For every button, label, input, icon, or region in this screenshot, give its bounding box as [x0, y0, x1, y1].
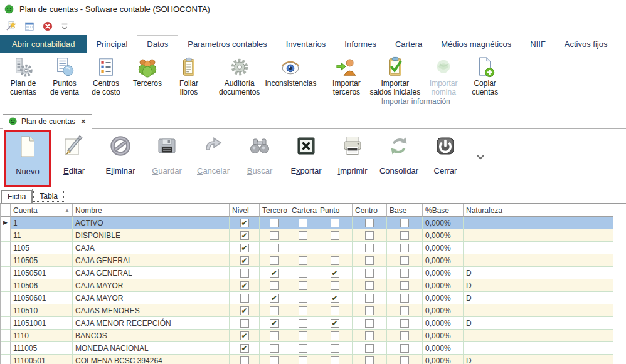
cell-base[interactable] — [387, 267, 423, 279]
cell-nombre[interactable]: CAJA MAYOR — [73, 292, 230, 304]
cell-centro[interactable] — [353, 217, 387, 229]
cell-punto[interactable] — [317, 279, 353, 292]
cell-cuenta[interactable]: 111005 — [11, 342, 73, 355]
ribbon-item-auditoria-documentos[interactable]: Auditoríadocumentos — [216, 53, 262, 96]
checkbox-punto[interactable] — [331, 344, 339, 353]
checkbox-nivel[interactable] — [240, 356, 249, 364]
cell-tercero[interactable] — [260, 342, 289, 355]
checkbox-base[interactable] — [400, 219, 409, 227]
grid-row-110510[interactable]: 110510CAJAS MENORES✔0,000% — [1, 304, 626, 317]
checkbox-tercero[interactable] — [270, 344, 279, 353]
cell-cartera[interactable] — [289, 317, 317, 330]
grid-row-11051001[interactable]: 11051001CAJA MENOR RECEPCIÓN✔✔0,000%D — [1, 317, 626, 330]
cell-punto[interactable]: ✔ — [317, 317, 353, 330]
checkbox-base[interactable] — [400, 256, 409, 265]
cell-pbase[interactable]: 0,000% — [423, 330, 464, 342]
cell-naturaleza[interactable] — [464, 330, 613, 342]
checkbox-cartera[interactable] — [299, 331, 307, 340]
cell-nombre[interactable]: CAJA GENERAL — [73, 267, 230, 279]
checkbox-centro[interactable] — [365, 281, 374, 290]
grid-row-110505[interactable]: 110505CAJA GENERAL✔0,000% — [1, 254, 626, 267]
cell-pbase[interactable]: 0,000% — [423, 304, 464, 317]
cell-tercero[interactable]: ✔ — [260, 292, 289, 304]
cell-centro[interactable] — [353, 292, 387, 304]
cell-base[interactable] — [387, 242, 423, 254]
cell-nivel[interactable]: ✔ — [230, 330, 260, 342]
cell-centro[interactable] — [353, 267, 387, 279]
checkbox-cartera[interactable] — [299, 269, 307, 278]
eliminar-button[interactable]: Eliminar — [97, 129, 144, 187]
cell-cartera[interactable] — [289, 267, 317, 279]
grid-row-1110[interactable]: 1110BANCOS✔0,000% — [1, 330, 626, 342]
cell-nombre[interactable]: CAJAS MENORES — [73, 304, 230, 317]
checkbox-centro[interactable] — [365, 356, 374, 364]
cell-naturaleza[interactable] — [464, 217, 613, 229]
checkbox-tercero[interactable] — [270, 331, 279, 340]
close-red-icon[interactable] — [42, 21, 53, 32]
cell-nombre[interactable]: MONEDA NACIONAL — [73, 342, 230, 355]
cell-naturaleza[interactable]: D — [464, 279, 613, 292]
cell-cuenta[interactable]: 110506 — [11, 279, 73, 292]
checkbox-cartera[interactable] — [299, 356, 307, 364]
wand-icon[interactable] — [6, 21, 17, 32]
checkbox-tercero[interactable]: ✔ — [270, 319, 279, 328]
cell-nivel[interactable]: ✔ — [230, 229, 260, 242]
cerrar-button[interactable]: Cerrar — [422, 129, 469, 187]
column-header-naturaleza[interactable]: Naturaleza — [464, 204, 613, 217]
ribbon-item-puntos-de-venta[interactable]: Puntosde venta — [44, 53, 85, 96]
checkbox-centro[interactable] — [365, 231, 374, 240]
cell-cuenta[interactable]: 1110 — [11, 330, 73, 342]
column-header-centro[interactable]: Centro — [353, 204, 387, 217]
column-header-nombre[interactable]: Nombre — [73, 204, 230, 217]
grid-row-1105[interactable]: 1105CAJA✔0,000% — [1, 242, 626, 254]
cell-centro[interactable] — [353, 317, 387, 330]
cell-base[interactable] — [387, 279, 423, 292]
cell-pbase[interactable]: 0,000% — [423, 217, 464, 229]
checkbox-centro[interactable] — [365, 344, 374, 353]
cell-nivel[interactable]: ✔ — [230, 342, 260, 355]
cell-tercero[interactable]: ✔ — [260, 267, 289, 279]
checkbox-punto[interactable] — [331, 356, 339, 364]
cell-tercero[interactable]: ✔ — [260, 317, 289, 330]
tab-tabla[interactable]: Tabla — [32, 189, 65, 203]
cell-tercero[interactable] — [260, 229, 289, 242]
grid-row-11[interactable]: 11DISPONIBLE✔0,000% — [1, 229, 626, 242]
checkbox-tercero[interactable] — [270, 231, 279, 240]
cell-base[interactable] — [387, 317, 423, 330]
cell-tercero[interactable] — [260, 254, 289, 267]
ribbon-item-plan-de-cuentas[interactable]: Plan decuentas — [3, 53, 44, 96]
cell-nombre[interactable]: BANCOS — [73, 330, 230, 342]
cell-base[interactable] — [387, 304, 423, 317]
cell-cuenta[interactable]: 110505 — [11, 254, 73, 267]
cell-nombre[interactable]: ACTIVO — [73, 217, 230, 229]
cell-punto[interactable] — [317, 242, 353, 254]
cell-cuenta[interactable]: 110510 — [11, 304, 73, 317]
checkbox-base[interactable] — [400, 344, 409, 353]
cell-nivel[interactable] — [230, 292, 260, 304]
cell-punto[interactable] — [317, 254, 353, 267]
nuevo-button[interactable]: Nuevo — [4, 130, 51, 187]
cell-base[interactable] — [387, 292, 423, 304]
cell-nombre[interactable]: COLMENA BCSC 394264 — [73, 355, 230, 364]
checkbox-centro[interactable] — [365, 256, 374, 265]
cell-nombre[interactable]: CAJA MENOR RECEPCIÓN — [73, 317, 230, 330]
cell-cuenta[interactable]: 1 — [11, 217, 73, 229]
ribbon-tab-medios-magneticos[interactable]: Médios magnéticos — [432, 35, 521, 53]
column-header-cartera[interactable]: Cartera — [289, 204, 317, 217]
checkbox-nivel[interactable]: ✔ — [240, 231, 249, 240]
checkbox-tercero[interactable] — [270, 306, 279, 315]
consolidar-button[interactable]: Consolidar — [376, 129, 422, 187]
checkbox-nivel[interactable] — [240, 269, 249, 278]
cell-nivel[interactable]: ✔ — [230, 254, 260, 267]
checkbox-tercero[interactable] — [270, 356, 279, 364]
checkbox-base[interactable] — [400, 244, 409, 252]
checkbox-punto[interactable] — [331, 231, 339, 240]
checkbox-centro[interactable] — [365, 319, 374, 328]
checkbox-punto[interactable] — [331, 306, 339, 315]
cell-punto[interactable]: ✔ — [317, 267, 353, 279]
checkbox-nivel[interactable]: ✔ — [240, 281, 249, 290]
checkbox-cartera[interactable] — [299, 319, 307, 328]
checkbox-centro[interactable] — [365, 306, 374, 315]
checkbox-cartera[interactable] — [299, 281, 307, 290]
guardar-button[interactable]: Guardar — [144, 129, 190, 187]
